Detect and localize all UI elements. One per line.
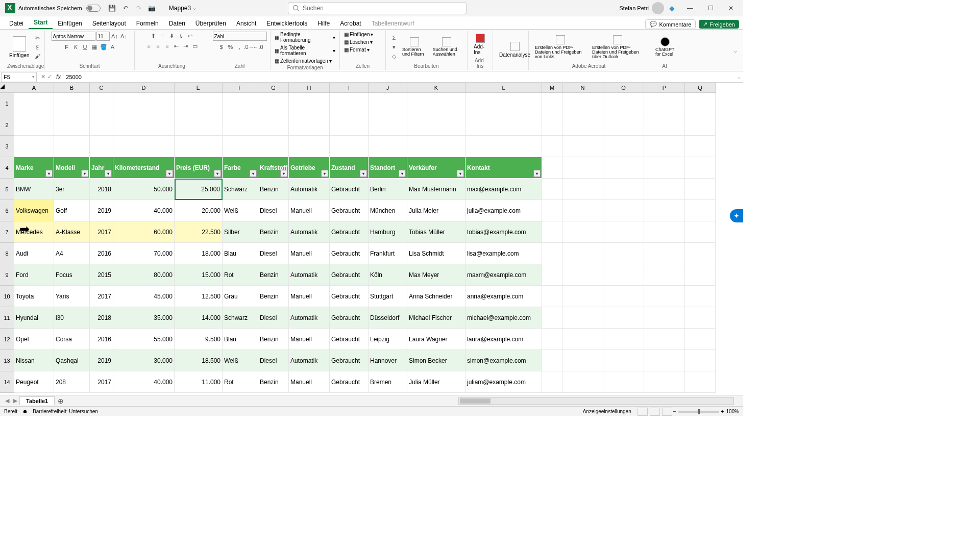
sheet-tab[interactable]: Tabelle1 xyxy=(19,396,55,405)
table-cell[interactable]: Hamburg xyxy=(369,221,407,243)
cell[interactable] xyxy=(175,136,223,157)
cell[interactable] xyxy=(562,93,603,114)
filter-dropdown-icon[interactable]: ▾ xyxy=(45,170,53,177)
table-cell[interactable]: Anna Schneider xyxy=(407,286,465,307)
chatgpt-button[interactable]: ChatGPT for Excel xyxy=(653,36,676,58)
inc-decimal-icon[interactable]: .0→ xyxy=(245,43,253,51)
redo-icon[interactable]: ↷ xyxy=(134,4,143,13)
table-cell[interactable]: Gebraucht xyxy=(330,243,369,264)
dec-decimal-icon[interactable]: ←.0 xyxy=(254,43,262,51)
cell[interactable] xyxy=(407,114,465,136)
cell[interactable] xyxy=(562,350,603,371)
table-cell[interactable]: Blau xyxy=(223,243,258,264)
cell[interactable] xyxy=(603,329,644,350)
align-right-icon[interactable]: ≡ xyxy=(163,42,172,50)
table-cell[interactable]: Tobias Müller xyxy=(407,221,465,243)
cell[interactable] xyxy=(54,136,90,157)
column-header[interactable]: J xyxy=(369,83,407,93)
filter-dropdown-icon[interactable]: ▾ xyxy=(105,170,112,177)
search-box[interactable]: Suchen xyxy=(288,2,467,14)
minimize-button[interactable]: — xyxy=(680,0,700,16)
zoom-level[interactable]: 100% xyxy=(726,409,739,414)
table-cell[interactable]: Weiß xyxy=(223,350,258,371)
cell[interactable] xyxy=(542,371,562,393)
cell[interactable] xyxy=(90,114,113,136)
cell[interactable] xyxy=(289,114,330,136)
cond-format-button[interactable]: ▦ Bedingte Formatierung ▾ xyxy=(275,32,335,43)
cell[interactable] xyxy=(562,286,603,307)
table-cell[interactable]: Grau xyxy=(223,286,258,307)
table-cell[interactable]: Manuell xyxy=(289,329,330,350)
pdf-outlook-button[interactable]: Erstellen von PDF-Dateien und Freigeben … xyxy=(590,34,645,60)
horizontal-scrollbar[interactable] xyxy=(458,397,734,405)
table-cell[interactable]: Qashqai xyxy=(54,350,90,371)
cell[interactable] xyxy=(542,221,562,243)
row-header[interactable]: 2 xyxy=(0,114,14,136)
row-header[interactable]: 11 xyxy=(0,307,14,329)
cell[interactable] xyxy=(603,136,644,157)
filter-dropdown-icon[interactable]: ▾ xyxy=(214,170,221,177)
user-avatar[interactable] xyxy=(652,2,664,14)
cell[interactable] xyxy=(465,93,542,114)
table-cell[interactable]: München xyxy=(369,200,407,221)
cell[interactable] xyxy=(113,114,175,136)
cell[interactable] xyxy=(644,93,685,114)
tab-file[interactable]: Datei xyxy=(4,18,29,29)
column-header[interactable]: I xyxy=(330,83,369,93)
table-cell[interactable]: 2017 xyxy=(90,221,113,243)
table-cell[interactable]: 2017 xyxy=(90,286,113,307)
cell[interactable] xyxy=(644,286,685,307)
table-cell[interactable]: Michael Fischer xyxy=(407,307,465,329)
cell[interactable] xyxy=(223,93,258,114)
clear-icon[interactable]: ◇ xyxy=(390,52,398,60)
tab-help[interactable]: Hilfe xyxy=(312,18,335,29)
table-cell[interactable]: Hyundai xyxy=(14,307,54,329)
table-cell[interactable]: Manuell xyxy=(289,243,330,264)
table-cell[interactable]: Audi xyxy=(14,243,54,264)
cell[interactable] xyxy=(542,329,562,350)
tab-formulas[interactable]: Formeln xyxy=(131,18,164,29)
table-header-cell[interactable]: Zustand▾ xyxy=(330,157,369,179)
cell[interactable] xyxy=(603,307,644,329)
status-accessibility[interactable]: Barrierefreiheit: Untersuchen xyxy=(33,409,98,414)
cell[interactable] xyxy=(644,350,685,371)
cell[interactable] xyxy=(369,114,407,136)
row-header[interactable]: 7 xyxy=(0,221,14,243)
cell[interactable] xyxy=(685,329,716,350)
copy-icon[interactable]: ⎘ xyxy=(33,43,41,51)
cell[interactable] xyxy=(542,93,562,114)
table-cell[interactable]: Leipzig xyxy=(369,329,407,350)
addins-button[interactable]: Add-Ins xyxy=(472,33,488,56)
cell[interactable] xyxy=(258,136,289,157)
tab-tabledesign[interactable]: Tabellenentwurf xyxy=(366,18,420,29)
wrap-text-icon[interactable]: ↩ xyxy=(186,32,194,40)
column-header[interactable]: C xyxy=(90,83,113,93)
table-cell[interactable]: 30.000 xyxy=(113,350,175,371)
table-cell[interactable]: Gebraucht xyxy=(330,264,369,286)
table-cell[interactable]: Stuttgart xyxy=(369,286,407,307)
sheet-prev-icon[interactable]: ◀ xyxy=(5,397,9,404)
table-cell[interactable]: 40.000 xyxy=(113,371,175,393)
cell[interactable] xyxy=(175,93,223,114)
table-cell[interactable]: 12.500 xyxy=(175,286,223,307)
tab-home[interactable]: Start xyxy=(29,17,53,29)
table-cell[interactable]: BMW xyxy=(14,179,54,200)
diamond-icon[interactable]: ◆ xyxy=(669,4,675,12)
cell[interactable] xyxy=(603,200,644,221)
row-header[interactable]: 14 xyxy=(0,371,14,393)
merge-icon[interactable]: ▭ xyxy=(191,42,199,50)
tab-view[interactable]: Ansicht xyxy=(231,18,261,29)
table-cell[interactable]: Yaris xyxy=(54,286,90,307)
align-top-icon[interactable]: ⬆ xyxy=(150,32,158,40)
cell[interactable] xyxy=(113,93,175,114)
table-cell[interactable]: 55.000 xyxy=(113,329,175,350)
number-format-selector[interactable]: Zahl xyxy=(213,32,267,41)
table-cell[interactable]: A4 xyxy=(54,243,90,264)
align-left-icon[interactable]: ≡ xyxy=(145,42,153,50)
comments-button[interactable]: 💬 Kommentare xyxy=(645,19,696,29)
cell[interactable] xyxy=(330,93,369,114)
table-cell[interactable]: 25.000 xyxy=(175,179,223,200)
table-header-cell[interactable]: Verkäufer▾ xyxy=(407,157,465,179)
orientation-icon[interactable]: ⤹ xyxy=(177,32,185,40)
table-cell[interactable]: Lisa Schmidt xyxy=(407,243,465,264)
